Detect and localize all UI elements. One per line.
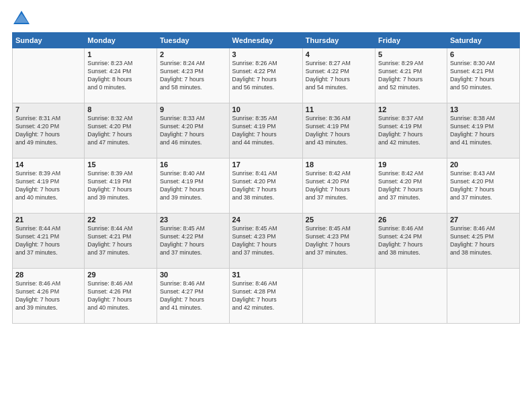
week-row-3: 21Sunrise: 8:44 AM Sunset: 4:21 PM Dayli… bbox=[13, 214, 520, 269]
day-number: 27 bbox=[450, 216, 517, 224]
day-number: 7 bbox=[15, 105, 81, 113]
day-number: 23 bbox=[160, 216, 226, 224]
calendar-cell: 22Sunrise: 8:44 AM Sunset: 4:21 PM Dayli… bbox=[85, 214, 157, 269]
calendar-cell: 3Sunrise: 8:26 AM Sunset: 4:22 PM Daylig… bbox=[229, 48, 302, 103]
day-info: Sunrise: 8:35 AM Sunset: 4:19 PM Dayligh… bbox=[232, 115, 300, 147]
calendar-cell: 24Sunrise: 8:45 AM Sunset: 4:23 PM Dayli… bbox=[229, 214, 302, 269]
column-header-sunday: Sunday bbox=[13, 33, 85, 48]
day-info: Sunrise: 8:37 AM Sunset: 4:19 PM Dayligh… bbox=[378, 115, 444, 147]
calendar-cell: 31Sunrise: 8:46 AM Sunset: 4:28 PM Dayli… bbox=[229, 269, 302, 324]
day-info: Sunrise: 8:33 AM Sunset: 4:20 PM Dayligh… bbox=[160, 115, 226, 147]
page: SundayMondayTuesdayWednesdayThursdayFrid… bbox=[0, 0, 532, 411]
day-number: 30 bbox=[160, 271, 226, 279]
calendar-cell: 27Sunrise: 8:46 AM Sunset: 4:25 PM Dayli… bbox=[447, 214, 519, 269]
day-info: Sunrise: 8:32 AM Sunset: 4:20 PM Dayligh… bbox=[87, 115, 154, 147]
day-info: Sunrise: 8:42 AM Sunset: 4:20 PM Dayligh… bbox=[378, 170, 444, 202]
column-header-saturday: Saturday bbox=[447, 33, 519, 48]
day-number: 10 bbox=[232, 105, 300, 113]
day-number: 6 bbox=[450, 50, 517, 58]
day-number: 29 bbox=[87, 271, 154, 279]
day-number: 5 bbox=[378, 50, 444, 58]
day-number: 16 bbox=[160, 161, 226, 169]
calendar-cell bbox=[447, 269, 519, 324]
day-info: Sunrise: 8:46 AM Sunset: 4:24 PM Dayligh… bbox=[378, 225, 444, 257]
day-info: Sunrise: 8:39 AM Sunset: 4:19 PM Dayligh… bbox=[87, 170, 154, 202]
day-info: Sunrise: 8:44 AM Sunset: 4:21 PM Dayligh… bbox=[15, 225, 81, 257]
day-info: Sunrise: 8:43 AM Sunset: 4:20 PM Dayligh… bbox=[450, 170, 517, 202]
week-row-2: 14Sunrise: 8:39 AM Sunset: 4:19 PM Dayli… bbox=[13, 158, 520, 214]
calendar-cell: 26Sunrise: 8:46 AM Sunset: 4:24 PM Dayli… bbox=[375, 214, 447, 269]
day-number: 28 bbox=[15, 271, 81, 279]
day-info: Sunrise: 8:45 AM Sunset: 4:23 PM Dayligh… bbox=[306, 225, 372, 257]
day-info: Sunrise: 8:46 AM Sunset: 4:26 PM Dayligh… bbox=[87, 280, 154, 312]
day-info: Sunrise: 8:45 AM Sunset: 4:22 PM Dayligh… bbox=[160, 225, 226, 257]
day-number: 8 bbox=[87, 105, 154, 113]
day-info: Sunrise: 8:45 AM Sunset: 4:23 PM Dayligh… bbox=[232, 225, 300, 257]
day-info: Sunrise: 8:27 AM Sunset: 4:22 PM Dayligh… bbox=[306, 60, 372, 92]
column-header-tuesday: Tuesday bbox=[157, 33, 229, 48]
week-row-1: 7Sunrise: 8:31 AM Sunset: 4:20 PM Daylig… bbox=[13, 103, 520, 158]
day-info: Sunrise: 8:44 AM Sunset: 4:21 PM Dayligh… bbox=[87, 225, 154, 257]
day-number: 31 bbox=[232, 271, 300, 279]
day-number: 20 bbox=[450, 161, 517, 169]
day-number: 26 bbox=[378, 216, 444, 224]
calendar-cell: 20Sunrise: 8:43 AM Sunset: 4:20 PM Dayli… bbox=[447, 158, 519, 214]
day-number: 24 bbox=[232, 216, 300, 224]
day-info: Sunrise: 8:30 AM Sunset: 4:21 PM Dayligh… bbox=[450, 60, 517, 92]
header-row: SundayMondayTuesdayWednesdayThursdayFrid… bbox=[13, 33, 520, 48]
calendar-cell: 29Sunrise: 8:46 AM Sunset: 4:26 PM Dayli… bbox=[85, 269, 157, 324]
calendar-cell: 7Sunrise: 8:31 AM Sunset: 4:20 PM Daylig… bbox=[13, 103, 85, 158]
day-number: 2 bbox=[160, 50, 226, 58]
column-header-thursday: Thursday bbox=[302, 33, 375, 48]
day-number: 14 bbox=[15, 161, 81, 169]
day-info: Sunrise: 8:46 AM Sunset: 4:27 PM Dayligh… bbox=[160, 280, 226, 312]
week-row-4: 28Sunrise: 8:46 AM Sunset: 4:26 PM Dayli… bbox=[13, 269, 520, 324]
day-info: Sunrise: 8:26 AM Sunset: 4:22 PM Dayligh… bbox=[232, 60, 300, 92]
day-info: Sunrise: 8:46 AM Sunset: 4:28 PM Dayligh… bbox=[232, 280, 300, 312]
day-number: 11 bbox=[306, 105, 372, 113]
calendar-cell: 11Sunrise: 8:36 AM Sunset: 4:19 PM Dayli… bbox=[302, 103, 375, 158]
header bbox=[12, 7, 520, 28]
calendar-cell bbox=[375, 269, 447, 324]
day-number: 9 bbox=[160, 105, 226, 113]
day-number: 21 bbox=[15, 216, 81, 224]
day-number: 3 bbox=[232, 50, 300, 58]
day-info: Sunrise: 8:24 AM Sunset: 4:23 PM Dayligh… bbox=[160, 60, 226, 92]
svg-marker-1 bbox=[15, 13, 28, 23]
calendar-cell: 28Sunrise: 8:46 AM Sunset: 4:26 PM Dayli… bbox=[13, 269, 85, 324]
calendar-cell: 14Sunrise: 8:39 AM Sunset: 4:19 PM Dayli… bbox=[13, 158, 85, 214]
day-info: Sunrise: 8:39 AM Sunset: 4:19 PM Dayligh… bbox=[15, 170, 81, 202]
calendar-cell: 9Sunrise: 8:33 AM Sunset: 4:20 PM Daylig… bbox=[157, 103, 229, 158]
day-number: 18 bbox=[306, 161, 372, 169]
day-number: 15 bbox=[87, 161, 154, 169]
week-row-0: 1Sunrise: 8:23 AM Sunset: 4:24 PM Daylig… bbox=[13, 48, 520, 103]
calendar-cell: 25Sunrise: 8:45 AM Sunset: 4:23 PM Dayli… bbox=[302, 214, 375, 269]
column-header-wednesday: Wednesday bbox=[229, 33, 302, 48]
calendar-cell: 18Sunrise: 8:42 AM Sunset: 4:20 PM Dayli… bbox=[302, 158, 375, 214]
day-number: 4 bbox=[306, 50, 372, 58]
day-info: Sunrise: 8:46 AM Sunset: 4:26 PM Dayligh… bbox=[15, 280, 81, 312]
day-info: Sunrise: 8:38 AM Sunset: 4:19 PM Dayligh… bbox=[450, 115, 517, 147]
day-info: Sunrise: 8:40 AM Sunset: 4:19 PM Dayligh… bbox=[160, 170, 226, 202]
calendar-cell: 21Sunrise: 8:44 AM Sunset: 4:21 PM Dayli… bbox=[13, 214, 85, 269]
day-info: Sunrise: 8:36 AM Sunset: 4:19 PM Dayligh… bbox=[306, 115, 372, 147]
calendar-cell: 15Sunrise: 8:39 AM Sunset: 4:19 PM Dayli… bbox=[85, 158, 157, 214]
day-number: 12 bbox=[378, 105, 444, 113]
logo-icon bbox=[12, 9, 31, 28]
calendar-cell: 17Sunrise: 8:41 AM Sunset: 4:20 PM Dayli… bbox=[229, 158, 302, 214]
calendar-cell: 30Sunrise: 8:46 AM Sunset: 4:27 PM Dayli… bbox=[157, 269, 229, 324]
calendar-cell: 10Sunrise: 8:35 AM Sunset: 4:19 PM Dayli… bbox=[229, 103, 302, 158]
day-info: Sunrise: 8:46 AM Sunset: 4:25 PM Dayligh… bbox=[450, 225, 517, 257]
column-header-monday: Monday bbox=[85, 33, 157, 48]
day-number: 13 bbox=[450, 105, 517, 113]
calendar-cell: 5Sunrise: 8:29 AM Sunset: 4:21 PM Daylig… bbox=[375, 48, 447, 103]
calendar-cell bbox=[13, 48, 85, 103]
column-header-friday: Friday bbox=[375, 33, 447, 48]
day-number: 22 bbox=[87, 216, 154, 224]
day-number: 25 bbox=[306, 216, 372, 224]
calendar-cell: 4Sunrise: 8:27 AM Sunset: 4:22 PM Daylig… bbox=[302, 48, 375, 103]
day-info: Sunrise: 8:41 AM Sunset: 4:20 PM Dayligh… bbox=[232, 170, 300, 202]
day-info: Sunrise: 8:29 AM Sunset: 4:21 PM Dayligh… bbox=[378, 60, 444, 92]
calendar-cell: 12Sunrise: 8:37 AM Sunset: 4:19 PM Dayli… bbox=[375, 103, 447, 158]
calendar-cell: 2Sunrise: 8:24 AM Sunset: 4:23 PM Daylig… bbox=[157, 48, 229, 103]
